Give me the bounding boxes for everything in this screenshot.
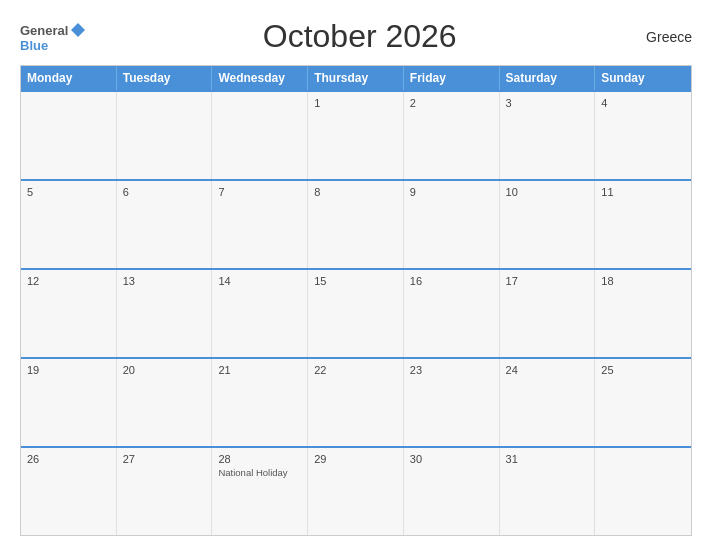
logo-icon [69,21,87,39]
day-number: 13 [123,275,206,287]
day-number: 23 [410,364,493,376]
weekday-header-thursday: Thursday [308,66,404,90]
calendar: MondayTuesdayWednesdayThursdayFridaySatu… [20,65,692,536]
weekday-header-wednesday: Wednesday [212,66,308,90]
day-number: 11 [601,186,685,198]
cal-cell: 14 [212,270,308,357]
cal-cell: 3 [500,92,596,179]
day-number: 30 [410,453,493,465]
day-number: 20 [123,364,206,376]
calendar-title: October 2026 [87,18,632,55]
cal-cell: 24 [500,359,596,446]
week-row-1: 1234 [21,90,691,179]
header: General Blue October 2026 Greece [20,18,692,55]
cal-cell: 18 [595,270,691,357]
day-number: 15 [314,275,397,287]
day-number: 31 [506,453,589,465]
day-number: 16 [410,275,493,287]
cal-cell: 27 [117,448,213,535]
weekday-header-monday: Monday [21,66,117,90]
day-number: 25 [601,364,685,376]
weekday-header-saturday: Saturday [500,66,596,90]
day-number: 4 [601,97,685,109]
cal-cell: 28National Holiday [212,448,308,535]
weekday-header-sunday: Sunday [595,66,691,90]
cal-cell: 13 [117,270,213,357]
cal-cell: 7 [212,181,308,268]
cal-cell: 31 [500,448,596,535]
cal-cell: 20 [117,359,213,446]
cal-cell: 10 [500,181,596,268]
cal-cell [212,92,308,179]
cal-cell: 5 [21,181,117,268]
day-number: 22 [314,364,397,376]
cal-cell: 16 [404,270,500,357]
day-number: 2 [410,97,493,109]
weekday-header-friday: Friday [404,66,500,90]
day-number: 26 [27,453,110,465]
calendar-body: 1234567891011121314151617181920212223242… [21,90,691,535]
country-label: Greece [632,29,692,45]
day-number: 17 [506,275,589,287]
cal-cell: 30 [404,448,500,535]
cal-cell [117,92,213,179]
cal-cell: 25 [595,359,691,446]
cal-cell: 21 [212,359,308,446]
cal-cell: 22 [308,359,404,446]
day-number: 29 [314,453,397,465]
week-row-2: 567891011 [21,179,691,268]
week-row-4: 19202122232425 [21,357,691,446]
cal-cell: 19 [21,359,117,446]
cal-cell: 26 [21,448,117,535]
day-number: 5 [27,186,110,198]
logo-blue: Blue [20,39,48,52]
logo-general: General [20,24,68,37]
day-number: 3 [506,97,589,109]
cal-cell: 2 [404,92,500,179]
cal-cell: 29 [308,448,404,535]
day-number: 9 [410,186,493,198]
cal-cell: 9 [404,181,500,268]
day-number: 8 [314,186,397,198]
day-number: 10 [506,186,589,198]
day-number: 27 [123,453,206,465]
weekday-header-tuesday: Tuesday [117,66,213,90]
day-number: 21 [218,364,301,376]
day-number: 24 [506,364,589,376]
cal-cell: 11 [595,181,691,268]
cal-cell [595,448,691,535]
cal-cell: 4 [595,92,691,179]
cal-cell: 17 [500,270,596,357]
day-number: 28 [218,453,301,465]
week-row-3: 12131415161718 [21,268,691,357]
cal-cell [21,92,117,179]
page: General Blue October 2026 Greece MondayT… [0,0,712,550]
day-number: 12 [27,275,110,287]
cal-cell: 15 [308,270,404,357]
svg-marker-0 [71,23,85,37]
cal-cell: 23 [404,359,500,446]
cal-cell: 12 [21,270,117,357]
cal-cell: 1 [308,92,404,179]
cal-cell: 6 [117,181,213,268]
week-row-5: 262728National Holiday293031 [21,446,691,535]
day-number: 19 [27,364,110,376]
day-number: 14 [218,275,301,287]
holiday-label: National Holiday [218,467,301,478]
day-number: 6 [123,186,206,198]
logo: General Blue [20,21,87,52]
cal-cell: 8 [308,181,404,268]
day-number: 1 [314,97,397,109]
weekday-header-row: MondayTuesdayWednesdayThursdayFridaySatu… [21,66,691,90]
day-number: 18 [601,275,685,287]
day-number: 7 [218,186,301,198]
